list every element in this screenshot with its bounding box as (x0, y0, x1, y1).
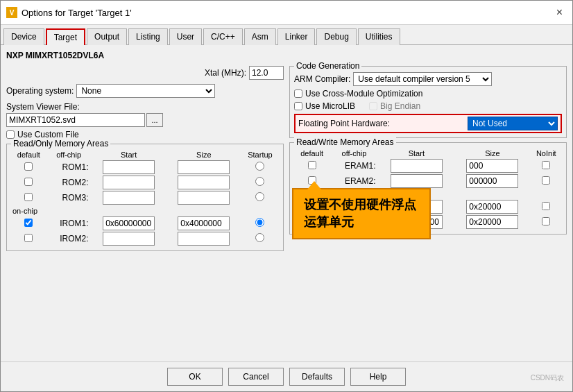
title-bar-left: V Options for Target 'Target 1' (6, 7, 132, 18)
xtal-input[interactable] (249, 66, 284, 80)
tab-device[interactable]: Device (3, 28, 44, 45)
big-endian-checkbox[interactable] (369, 102, 377, 110)
cross-module-checkbox[interactable] (294, 90, 302, 98)
ro-memory-title: Read/Only Memory Areas (11, 139, 110, 148)
ro-col-default: default (11, 150, 46, 160)
fp-select[interactable]: Not Used Single Precision Double Precisi… (468, 117, 558, 130)
ro-col-size: Size (166, 150, 241, 160)
options-row: Use MicroLIB Big Endian (294, 101, 562, 111)
irom2-label: IROM2: (60, 234, 88, 244)
ro-memory-group: Read/Only Memory Areas default off-chip … (6, 144, 284, 251)
main-window: V Options for Target 'Target 1' × Device… (0, 0, 573, 392)
rom3-size[interactable] (178, 191, 230, 205)
eram1-size[interactable] (466, 159, 518, 173)
tab-output[interactable]: Output (87, 28, 127, 45)
eram1-default-cb[interactable] (308, 161, 316, 169)
os-select[interactable]: None RTX (76, 84, 215, 98)
table-row: ROM2: (11, 175, 279, 190)
eram2-size[interactable] (466, 174, 518, 188)
rom2-start[interactable] (103, 176, 155, 189)
eram1-noinit[interactable] (542, 161, 550, 169)
eram1-start[interactable] (391, 159, 443, 173)
cancel-button[interactable]: Cancel (228, 368, 284, 386)
iram1-noinit[interactable] (542, 202, 550, 210)
device-label: NXP MIMXRT1052DVL6A (6, 51, 567, 60)
rw-col-offchip: off-chip (330, 148, 378, 158)
microlib-label: Use MicroLIB (305, 101, 355, 111)
irom2-default-cb[interactable] (24, 234, 33, 242)
cross-module-row: Use Cross-Module Optimization (294, 89, 562, 99)
tab-listing[interactable]: Listing (128, 28, 168, 45)
irom2-size[interactable] (178, 232, 230, 246)
rom3-label: ROM3: (62, 193, 89, 203)
rw-col-noinit: NoInit (531, 148, 562, 158)
svd-label: System Viewer File: (6, 102, 284, 112)
tab-user[interactable]: User (169, 28, 202, 45)
xtal-row: Xtal (MHz): (6, 66, 284, 80)
svd-input[interactable] (6, 113, 145, 127)
rom1-startup[interactable] (255, 162, 264, 171)
app-icon: V (6, 7, 17, 18)
eram1-label: ERAM1: (345, 161, 376, 171)
cross-module-label: Use Cross-Module Optimization (305, 89, 422, 99)
rom3-default-cb[interactable] (24, 193, 33, 201)
ro-col-offchip: off-chip (46, 150, 92, 160)
defaults-button[interactable]: Defaults (289, 368, 345, 386)
help-button[interactable]: Help (350, 368, 406, 386)
left-panel: Xtal (MHz): Operating system: None RTX S… (6, 66, 284, 251)
table-row: on-chip (11, 205, 279, 216)
tab-linker[interactable]: Linker (277, 28, 316, 45)
irom1-label: IROM1: (60, 219, 88, 228)
table-row: ROM1: (11, 160, 279, 175)
tab-bar: Device Target Output Listing User C/C++ … (1, 25, 572, 45)
rom2-size[interactable] (178, 176, 230, 189)
tab-asm[interactable]: Asm (244, 28, 276, 45)
table-row: IROM1: (11, 216, 279, 231)
rom2-default-cb[interactable] (24, 178, 33, 186)
os-row: Operating system: None RTX (6, 84, 284, 98)
rw-memory-title: Read/Write Memory Areas (294, 137, 396, 147)
window-title: Options for Target 'Target 1' (22, 8, 132, 18)
rw-col-size: Size (454, 148, 531, 158)
iram1-size[interactable] (466, 200, 518, 214)
tab-debug[interactable]: Debug (316, 28, 356, 45)
big-endian-group: Big Endian (369, 101, 420, 111)
irom1-default-cb[interactable] (24, 219, 33, 227)
tab-utilities[interactable]: Utilities (358, 28, 400, 45)
ro-memory-table: default off-chip Start Size Startup ROM1… (11, 150, 279, 246)
rom1-start[interactable] (103, 160, 155, 174)
irom2-start[interactable] (103, 232, 155, 246)
xtal-label: Xtal (MHz): (205, 68, 246, 78)
irom1-size[interactable] (178, 216, 230, 230)
ro-col-start: Start (92, 150, 166, 160)
svd-row: System Viewer File: ... (6, 102, 284, 127)
rw-col-start: Start (379, 148, 455, 158)
eram2-noinit[interactable] (542, 176, 550, 185)
irom2-startup[interactable] (255, 233, 264, 242)
table-row: ROM3: (11, 190, 279, 205)
main-layout: Xtal (MHz): Operating system: None RTX S… (6, 66, 567, 251)
table-row: IROM2: (11, 231, 279, 246)
rom3-start[interactable] (103, 191, 155, 205)
ro-col-startup: Startup (241, 150, 279, 160)
custom-file-checkbox[interactable] (6, 130, 15, 139)
table-row: ERAM1: (294, 158, 562, 173)
rom2-startup[interactable] (255, 177, 264, 186)
ok-button[interactable]: OK (167, 368, 223, 386)
microlib-checkbox[interactable] (294, 102, 302, 110)
eram2-start[interactable] (391, 174, 443, 188)
rom1-default-cb[interactable] (24, 162, 33, 171)
iram2-noinit[interactable] (542, 217, 550, 225)
watermark: CSDN码农 (531, 373, 564, 383)
irom1-start[interactable] (103, 216, 155, 230)
iram2-size[interactable] (466, 215, 518, 229)
close-button[interactable]: × (552, 5, 567, 20)
rom3-startup[interactable] (255, 192, 264, 201)
compiler-select[interactable]: Use default compiler version 5 Use defau… (353, 72, 492, 86)
svd-browse-button[interactable]: ... (146, 113, 163, 127)
irom1-startup[interactable] (255, 218, 264, 227)
tab-target[interactable]: Target (46, 28, 85, 45)
title-bar: V Options for Target 'Target 1' × (1, 1, 572, 25)
rom1-size[interactable] (178, 160, 230, 174)
tab-cpp[interactable]: C/C++ (203, 28, 243, 45)
